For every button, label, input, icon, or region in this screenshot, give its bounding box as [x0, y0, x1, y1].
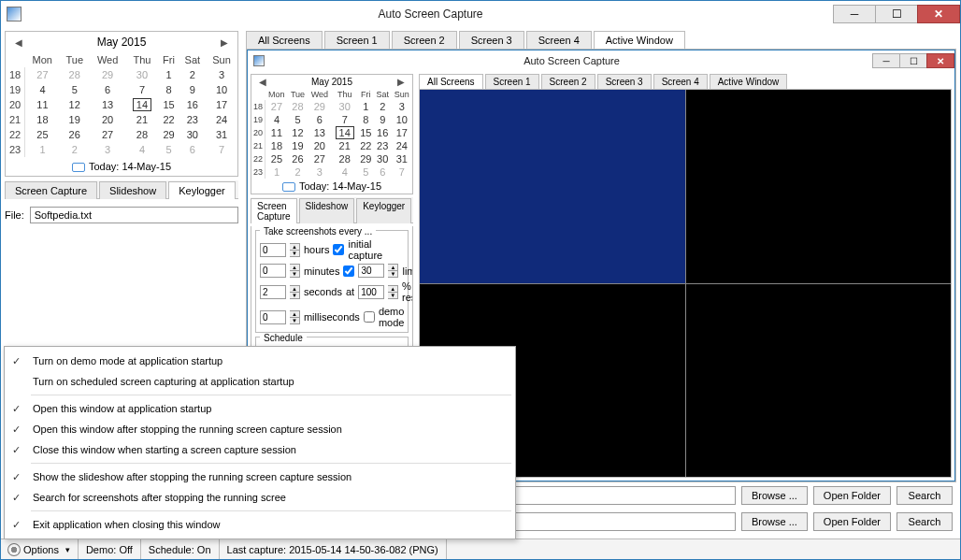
- limit-checkbox[interactable]: [343, 266, 354, 277]
- menu-item[interactable]: ✓Exit application when closing this wind…: [5, 514, 515, 535]
- cal-day[interactable]: 15: [358, 126, 374, 139]
- cal-prev-icon[interactable]: ◀: [11, 37, 26, 48]
- cal-day[interactable]: 3: [308, 165, 332, 179]
- cal-day[interactable]: 22: [358, 139, 374, 152]
- cal-day[interactable]: 14: [332, 126, 358, 139]
- search-button-1[interactable]: Search: [896, 486, 953, 505]
- cal-next-icon[interactable]: ▶: [217, 37, 232, 48]
- cal-day[interactable]: 1: [25, 142, 60, 157]
- tab-screen 4[interactable]: Screen 4: [526, 31, 592, 49]
- cal-day[interactable]: 17: [392, 126, 412, 139]
- close-button[interactable]: [917, 5, 960, 23]
- cal-day[interactable]: 11: [25, 97, 60, 112]
- cal-day[interactable]: 6: [90, 82, 126, 97]
- cal-day[interactable]: 24: [392, 139, 412, 152]
- tab-keylogger[interactable]: Keylogger: [168, 181, 236, 199]
- cal-day[interactable]: 12: [288, 126, 308, 139]
- cal-day[interactable]: 5: [158, 142, 179, 157]
- cal-day[interactable]: 27: [25, 67, 60, 82]
- cal-day[interactable]: 21: [125, 112, 158, 127]
- cal-day[interactable]: 21: [332, 139, 358, 152]
- cal-day[interactable]: 2: [288, 165, 308, 179]
- tab-screen 4[interactable]: Screen 4: [653, 74, 708, 89]
- tab-screen 1[interactable]: Screen 1: [324, 31, 390, 49]
- cal-day[interactable]: 10: [392, 113, 412, 126]
- cal-day[interactable]: 6: [374, 165, 392, 179]
- tab-keylogger[interactable]: Keylogger: [356, 198, 411, 223]
- cal-day[interactable]: 30: [179, 127, 207, 142]
- open-folder-button-2[interactable]: Open Folder: [813, 512, 891, 531]
- menu-item[interactable]: ✓Search for screenshots after stopping t…: [5, 487, 515, 508]
- menu-item[interactable]: ✓Open this window after stopping the run…: [5, 419, 515, 439]
- tab-screen 1[interactable]: Screen 1: [485, 74, 539, 89]
- cal-day[interactable]: 29: [308, 100, 332, 113]
- cal-day[interactable]: 5: [288, 113, 308, 126]
- cal-day[interactable]: 13: [308, 126, 332, 139]
- cal-day[interactable]: 31: [206, 127, 237, 142]
- cal-day[interactable]: 14: [125, 97, 158, 112]
- cal-day[interactable]: 30: [332, 100, 358, 113]
- cal-day[interactable]: 6: [308, 113, 332, 126]
- cal-day[interactable]: 30: [374, 152, 392, 165]
- calendar[interactable]: ◀ May 2015 ▶ MonTueWedThuFriSatSun182728…: [5, 31, 238, 177]
- cal-day[interactable]: 23: [179, 112, 207, 127]
- cal-day[interactable]: 24: [206, 112, 237, 127]
- cal-day[interactable]: 28: [125, 127, 158, 142]
- cal-day[interactable]: 30: [125, 67, 158, 82]
- tab-all screens[interactable]: All Screens: [246, 31, 323, 49]
- cal-day[interactable]: 28: [288, 100, 308, 113]
- tab-screen capture[interactable]: Screen Capture: [251, 198, 297, 223]
- cal-day[interactable]: 20: [90, 112, 126, 127]
- cal-day[interactable]: 28: [60, 67, 90, 82]
- cal-day[interactable]: 26: [60, 127, 90, 142]
- cal-day[interactable]: 7: [125, 82, 158, 97]
- cal-day[interactable]: 8: [158, 82, 179, 97]
- cal-day[interactable]: 19: [288, 139, 308, 152]
- cal-day[interactable]: 23: [374, 139, 392, 152]
- open-folder-button-1[interactable]: Open Folder: [813, 486, 891, 505]
- cal-day[interactable]: 5: [60, 82, 90, 97]
- cal-day[interactable]: 31: [392, 152, 412, 165]
- cal-day[interactable]: 1: [358, 100, 374, 113]
- menu-item[interactable]: ✓Open this window at application startup: [5, 398, 515, 419]
- inner-cal-today-link[interactable]: Today: 14-May-15: [251, 179, 412, 194]
- cal-day[interactable]: 4: [265, 113, 288, 126]
- inner-cal-prev-icon[interactable]: ◀: [255, 77, 270, 87]
- cal-day[interactable]: 27: [90, 127, 126, 142]
- cal-day[interactable]: 15: [158, 97, 179, 112]
- file-input[interactable]: [30, 207, 238, 223]
- cal-day[interactable]: 3: [90, 142, 126, 157]
- cal-day[interactable]: 7: [332, 113, 358, 126]
- menu-item[interactable]: ✓Show the slideshow after stopping the r…: [5, 467, 515, 487]
- seconds-spinner[interactable]: [260, 285, 286, 299]
- cal-day[interactable]: 20: [308, 139, 332, 152]
- cal-day[interactable]: 4: [25, 82, 60, 97]
- cal-day[interactable]: 3: [392, 100, 412, 113]
- cal-day[interactable]: 29: [90, 67, 126, 82]
- cal-day[interactable]: 22: [158, 112, 179, 127]
- tab-slideshow[interactable]: Slideshow: [299, 198, 355, 223]
- tab-slideshow[interactable]: Slideshow: [99, 181, 166, 199]
- cal-day[interactable]: 11: [265, 126, 288, 139]
- cal-day[interactable]: 18: [25, 112, 60, 127]
- hours-spinner[interactable]: [260, 243, 286, 257]
- search-button-2[interactable]: Search: [896, 512, 953, 531]
- minimize-button[interactable]: [833, 5, 876, 23]
- cal-day[interactable]: 9: [374, 113, 392, 126]
- cal-day[interactable]: 3: [206, 67, 237, 82]
- cal-day[interactable]: 18: [265, 139, 288, 152]
- resolution-spinner[interactable]: [358, 285, 384, 299]
- initial-capture-checkbox[interactable]: [333, 244, 344, 255]
- maximize-button[interactable]: [875, 5, 918, 23]
- tab-screen 2[interactable]: Screen 2: [541, 74, 595, 89]
- cal-day[interactable]: 26: [288, 152, 308, 165]
- ms-spinner[interactable]: [260, 310, 286, 324]
- options-button[interactable]: Options: [1, 539, 79, 559]
- cal-day[interactable]: 5: [358, 165, 374, 179]
- tab-active window[interactable]: Active Window: [710, 74, 788, 89]
- tab-screen 3[interactable]: Screen 3: [597, 74, 652, 89]
- cal-day[interactable]: 27: [308, 152, 332, 165]
- cal-day[interactable]: 27: [265, 100, 288, 113]
- cal-day[interactable]: 16: [179, 97, 207, 112]
- inner-cal-next-icon[interactable]: ▶: [394, 77, 409, 87]
